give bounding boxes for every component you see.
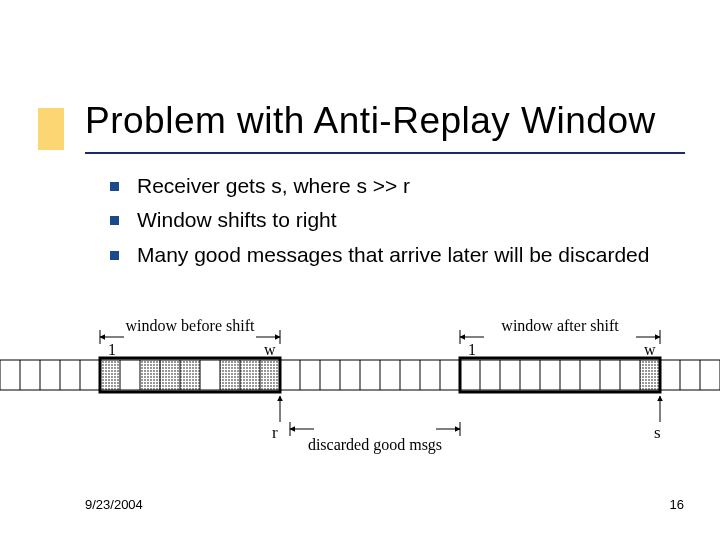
svg-rect-3 [100, 360, 120, 390]
svg-rect-5 [220, 360, 280, 390]
discarded-span: discarded good msgs [290, 422, 460, 454]
svg-rect-6 [640, 360, 660, 390]
s-label: s [654, 423, 661, 442]
svg-rect-4 [140, 360, 200, 390]
r-label: r [272, 423, 278, 442]
bullet-item: Many good messages that arrive later wil… [110, 241, 670, 269]
title-underline [85, 152, 685, 154]
bullet-square-icon [110, 251, 119, 260]
index-one-left: 1 [108, 341, 116, 358]
discarded-label: discarded good msgs [308, 436, 442, 454]
window-diagram: window before shift 1 w window after shi… [0, 310, 720, 470]
s-pointer: s [654, 396, 661, 442]
bullet-text: Many good messages that arrive later wil… [137, 241, 649, 269]
index-w-left: w [264, 341, 276, 358]
bullet-item: Receiver gets s, where s >> r [110, 172, 670, 200]
window-after-label: window after shift [501, 317, 619, 334]
bullet-text: Receiver gets s, where s >> r [137, 172, 410, 200]
window-after-label-group: window after shift 1 w [460, 317, 660, 358]
tape [0, 360, 720, 390]
window-before-label-group: window before shift 1 w [100, 317, 280, 358]
window-before-label: window before shift [126, 317, 255, 334]
bullet-item: Window shifts to right [110, 206, 670, 234]
index-w-right: w [644, 341, 656, 358]
bullet-text: Window shifts to right [137, 206, 337, 234]
bullet-list: Receiver gets s, where s >> r Window shi… [110, 172, 670, 275]
bullet-square-icon [110, 182, 119, 191]
index-one-right: 1 [468, 341, 476, 358]
slide-title: Problem with Anti-Replay Window [85, 100, 656, 142]
bullet-square-icon [110, 216, 119, 225]
footer-date: 9/23/2004 [85, 497, 143, 512]
accent-box [38, 108, 64, 150]
r-pointer: r [272, 396, 280, 442]
footer-page-number: 16 [670, 497, 684, 512]
